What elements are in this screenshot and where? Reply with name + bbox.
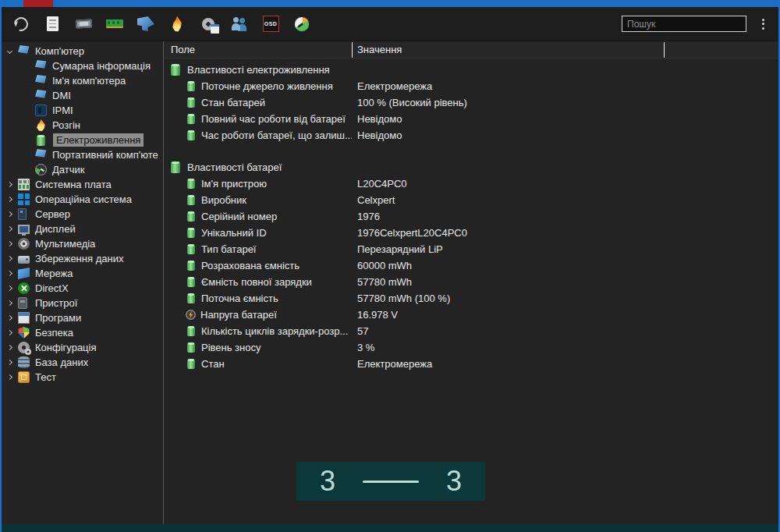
table-row[interactable]: Стан Електромережа [164, 356, 778, 372]
sidebar-item[interactable]: Програми [2, 310, 163, 325]
chevron-icon [7, 330, 12, 335]
table-row[interactable]: Поточна ємність 57780 mWh (100 %) [164, 290, 778, 307]
sidebar-item-label: Мережа [35, 268, 73, 279]
sidebar-item[interactable]: DMI [2, 88, 163, 103]
kebab-menu-icon[interactable] [757, 17, 769, 31]
server-icon [18, 208, 27, 220]
table-row[interactable] [164, 144, 778, 159]
column-divider[interactable] [664, 42, 665, 58]
sidebar-item[interactable]: Тест [2, 370, 163, 385]
table-row[interactable]: Повний час роботи від батареї Невідомо [164, 111, 778, 127]
table-row[interactable]: Ємність повної зарядки 57780 mWh [164, 274, 778, 290]
sidebar-item[interactable]: DirectX [2, 281, 163, 296]
sidebar-item[interactable]: Сервер [2, 207, 163, 222]
field-label: Стан батарей [201, 97, 265, 108]
field-label: Ім'я пристрою [201, 178, 267, 190]
sidebar-item[interactable]: Безпека [2, 325, 163, 340]
battery-icon [187, 342, 195, 353]
sidebar-item[interactable]: Операційна система [2, 192, 163, 207]
speaker-icon [18, 238, 30, 250]
chip-icon [35, 105, 47, 116]
search-input[interactable] [622, 16, 746, 32]
indicator-dash [363, 481, 419, 483]
field-label: Властивості батареї [187, 161, 282, 173]
flame-icon [35, 119, 47, 131]
field-value: 57780 mWh [352, 276, 742, 288]
sidebar-item[interactable]: Портативний комп'юте [2, 147, 163, 162]
table-row[interactable]: Напруга батареї 16.978 V [164, 307, 778, 323]
sidebar-item[interactable]: Комп'ютер [2, 44, 163, 59]
sidebar-item[interactable]: Датчик [2, 162, 163, 177]
field-value: 57780 mWh (100 %) [352, 293, 742, 304]
sidebar-item-label: Конфігурація [35, 342, 97, 353]
chevron-icon [7, 374, 12, 380]
app-logo [23, 0, 53, 7]
table-row[interactable]: Властивості електроживлення [164, 62, 778, 78]
table-row[interactable]: Час роботи батареї, що залиш... Невідомо [164, 127, 778, 144]
field-label: Властивості електроживлення [187, 64, 330, 76]
battery-icon [187, 244, 195, 254]
sidebar-item-label: Сумарна інформація [52, 60, 151, 72]
sidebar-item[interactable]: Сумарна інформація [2, 59, 163, 73]
sidebar-item[interactable]: Пристрої [2, 296, 163, 310]
battery-icon [187, 261, 195, 271]
field-label: Повний час роботи від батареї [201, 113, 346, 125]
battery-icon [187, 130, 195, 140]
field-value: Електромережа [352, 80, 742, 92]
field-label: Виробник [201, 194, 246, 206]
table-row[interactable]: Виробник Celxpert [164, 192, 778, 208]
table-row[interactable]: Поточне джерело живлення Електромережа [164, 78, 778, 94]
sidebar-item-label: Електроживлення [53, 133, 144, 147]
field-label: Серійний номер [201, 211, 277, 222]
sidebar-item[interactable]: Електроживлення [2, 133, 163, 147]
table-row[interactable]: Ім'я пристрою L20C4PC0 [164, 176, 778, 192]
chevron-icon [7, 256, 12, 261]
table-row[interactable]: Унікальний ID 1976CelxpertL20C4PC0 [164, 225, 778, 241]
field-value: Celxpert [352, 194, 742, 206]
field-label: Унікальний ID [201, 227, 267, 239]
field-value: 16.978 V [352, 309, 742, 321]
field-label: Ємність повної зарядки [201, 276, 312, 288]
sidebar-item-label: Мультимедіа [35, 238, 95, 250]
field-label: Кількість циклів зарядки-розр... [201, 325, 348, 337]
table-row[interactable]: Стан батарей 100 % (Високий рівень) [164, 94, 778, 111]
table-row[interactable]: Властивості батареї [164, 159, 778, 176]
field-value: Перезарядний LiP [352, 243, 742, 255]
column-header-field[interactable]: Поле [164, 44, 352, 55]
chevron-icon [7, 182, 12, 187]
toolbar-right [622, 16, 769, 32]
sidebar-item[interactable]: Мережа [2, 266, 163, 281]
sidebar-item[interactable]: IPMI [2, 103, 163, 118]
sidebar-item[interactable]: Дисплей [2, 222, 163, 236]
sensor-icon [35, 164, 47, 176]
toolbar: OSD [2, 7, 778, 41]
table-row[interactable]: Серійний номер 1976 [164, 208, 778, 225]
sidebar-item[interactable]: Конфігурація [2, 340, 163, 355]
field-value: 1976 [352, 211, 742, 222]
windows-icon [18, 193, 30, 205]
table-row[interactable]: Рівень зносу 3 % [164, 339, 778, 356]
sidebar-item[interactable]: Ім'я комп'ютера [2, 73, 163, 88]
sidebar-item-label: Безпека [35, 327, 73, 339]
sidebar-item[interactable]: Розгін [2, 118, 163, 133]
table-header: Поле Значення [164, 41, 778, 59]
table-row[interactable]: Розрахована ємність 60000 mWh [164, 257, 778, 274]
field-label: Час роботи батареї, що залиш... [201, 129, 352, 141]
table-row[interactable]: Кількість циклів зарядки-розр... 57 [164, 323, 778, 339]
sidebar-item[interactable]: Мультимедіа [2, 236, 163, 251]
column-divider[interactable] [352, 42, 353, 58]
test-icon [18, 371, 30, 383]
table-row[interactable]: Тип батареї Перезарядний LiP [164, 241, 778, 257]
indicator-right-number: 3 [446, 467, 462, 495]
chevron-icon [7, 286, 12, 291]
titlebar [2, 0, 778, 7]
battery-icon [37, 135, 45, 146]
sidebar-item-label: Комп'ютер [35, 45, 84, 57]
column-header-value[interactable]: Значення [352, 44, 664, 55]
laptop-icon [35, 90, 47, 101]
sidebar-item[interactable]: База даних [2, 355, 163, 370]
sidebar-item-label: Програми [35, 312, 81, 324]
sidebar-item[interactable]: Збереження даних [2, 251, 163, 266]
sidebar-item-label: База даних [35, 356, 88, 368]
sidebar-item[interactable]: Системна плата [2, 177, 163, 192]
